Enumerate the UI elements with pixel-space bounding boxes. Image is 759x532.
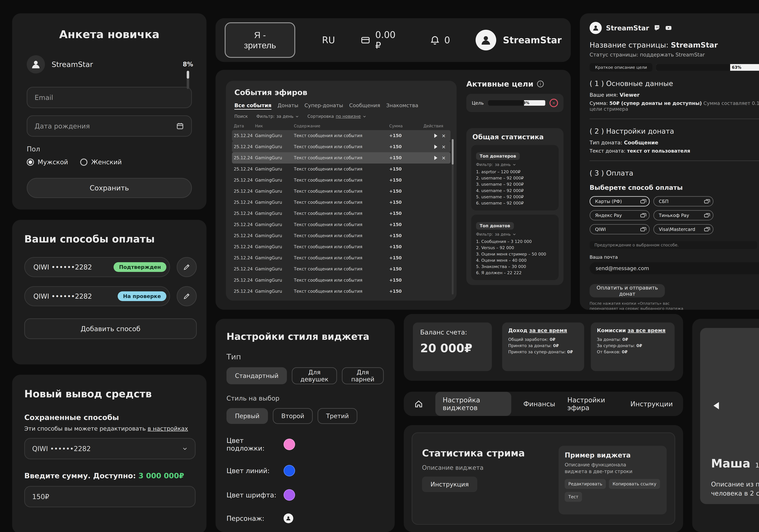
table-row[interactable]: 25.12.24 GamingGuru Текст сообщения или … — [232, 130, 451, 141]
delete-goal-button[interactable]: × — [549, 99, 558, 107]
edit-method-button[interactable] — [177, 257, 197, 277]
nav-item[interactable]: Финансы — [523, 396, 555, 412]
scrollbar[interactable] — [452, 139, 454, 295]
radio-checked[interactable] — [27, 158, 34, 166]
birthdate-field[interactable] — [27, 115, 192, 137]
edit-button[interactable]: Редактировать — [565, 479, 606, 489]
youtube-icon[interactable] — [665, 24, 672, 32]
search-input[interactable]: Поиск — [234, 114, 248, 119]
events-tab[interactable]: Донаты — [277, 102, 298, 110]
color-swatch[interactable] — [284, 439, 295, 450]
test-button[interactable]: Тест — [565, 492, 582, 502]
payment-option[interactable]: СБП — [653, 196, 713, 206]
progress-slider[interactable] — [187, 71, 189, 89]
close-icon[interactable]: × — [442, 133, 446, 138]
events-tab[interactable]: Все события — [234, 102, 271, 110]
amount-input[interactable] — [32, 493, 188, 501]
language-switcher[interactable]: RU — [322, 35, 335, 45]
prev-photo-button[interactable] — [713, 402, 719, 409]
close-icon[interactable]: × — [442, 155, 446, 160]
section-donation-settings[interactable]: ( 2 ) Настройки доната — [590, 127, 759, 135]
filter-dropdown[interactable]: Фильтр: за день — [476, 232, 554, 236]
table-row[interactable]: 25.12.24 GamingGuru Текст сообщения или … — [232, 252, 451, 264]
type-option-button[interactable]: Стандартный — [226, 367, 287, 384]
copy-link-button[interactable]: Копировать ссылку — [609, 479, 660, 489]
table-row[interactable]: 25.12.24 GamingGuru Текст сообщения или … — [232, 219, 451, 230]
table-row[interactable]: 25.12.24 GamingGuru Текст сообщения или … — [232, 241, 451, 252]
table-row[interactable]: 25.12.24 GamingGuru Текст сообщения или … — [232, 164, 451, 175]
style-option-button[interactable]: Третий — [318, 408, 357, 424]
style-option-button[interactable]: Второй — [273, 408, 313, 424]
events-tab[interactable]: Сообщения — [349, 102, 380, 110]
style-option-button[interactable]: Первый — [226, 408, 268, 424]
events-tab[interactable]: Знакомства — [386, 102, 418, 110]
payment-option[interactable]: Карты (РФ) — [590, 196, 650, 206]
profile-menu[interactable]: StreamStar — [476, 30, 562, 50]
email-field[interactable] — [590, 262, 759, 274]
sort-dropdown[interactable]: Сортировка по новизне — [307, 114, 366, 119]
section-payment[interactable]: ( 3 ) Оплата — [590, 169, 759, 177]
email-input[interactable] — [596, 265, 759, 271]
table-row[interactable]: 25.12.24 GamingGuru Текст сообщения или … — [232, 208, 451, 219]
instruction-button[interactable]: Инструкция — [422, 476, 477, 492]
play-icon[interactable] — [434, 145, 437, 149]
table-row[interactable]: 25.12.24 GamingGuru Текст сообщения или … — [232, 286, 451, 297]
events-tab[interactable]: Супер-донаты — [304, 102, 343, 110]
filter-dropdown[interactable]: Фильтр: за день — [257, 114, 299, 119]
gender-female-radio[interactable]: Женский — [80, 158, 122, 166]
gender-male-radio[interactable]: Мужской — [27, 158, 68, 166]
section-basic-data[interactable]: ( 1 ) Основные данные — [590, 79, 759, 88]
table-row[interactable]: 25.12.24 GamingGuru Текст сообщения или … — [232, 197, 451, 208]
nav-item[interactable]: Инструкции — [630, 396, 673, 412]
twitch-icon[interactable] — [653, 24, 660, 32]
payment-option[interactable]: Яндекс Pay — [590, 210, 650, 221]
save-button[interactable]: Сохранить — [27, 178, 192, 198]
table-row[interactable]: 25.12.24 GamingGuru Текст сообщения или … — [232, 230, 451, 241]
fees-period-link[interactable]: за все время — [628, 327, 666, 333]
email-field[interactable] — [27, 87, 192, 108]
finance-panel: Баланс счета: 20 000₽ Доход за все время… — [404, 314, 683, 381]
scrollbar-thumb[interactable] — [452, 139, 454, 165]
info-icon[interactable]: i — [537, 81, 544, 87]
close-icon[interactable]: × — [442, 144, 446, 149]
nav-item[interactable]: Настройки эфира — [567, 392, 618, 416]
table-row[interactable]: 25.12.24 GamingGuru Текст сообщения или … — [232, 186, 451, 197]
notifications[interactable]: 0 — [430, 35, 450, 45]
filter-dropdown[interactable]: Фильтр: за день — [476, 162, 554, 167]
home-button[interactable] — [414, 399, 423, 408]
payment-method[interactable]: QIWI ••••••2282 Подтвержден — [24, 257, 170, 277]
cell-content: Текст сообщения или события — [294, 211, 389, 216]
amount-field[interactable] — [24, 486, 195, 507]
table-row[interactable]: 25.12.24 GamingGuru Текст сообщения или … — [232, 152, 451, 163]
color-swatch[interactable] — [284, 489, 295, 501]
payment-option[interactable]: Visa\Mastercard — [653, 224, 713, 234]
add-method-button[interactable]: Добавить способ — [24, 318, 197, 339]
table-row[interactable]: 25.12.24 GamingGuru Текст сообщения или … — [232, 264, 451, 274]
birthdate-input[interactable] — [35, 122, 176, 130]
list-item: 2. username – 92 000₽ — [476, 175, 554, 181]
type-option-button[interactable]: Для парней — [342, 367, 384, 384]
table-row[interactable]: 25.12.24 GamingGuru Текст сообщения или … — [232, 274, 451, 286]
slider-thumb[interactable] — [187, 71, 189, 79]
email-input[interactable] — [35, 94, 184, 102]
viewer-mode-button[interactable]: Я - зритель — [225, 22, 295, 58]
character-avatar[interactable] — [284, 513, 293, 523]
payment-option[interactable]: Тинькоф Pay — [653, 210, 713, 221]
payment-option[interactable]: QIWI — [590, 224, 650, 234]
play-icon[interactable] — [434, 156, 437, 160]
radio-unchecked[interactable] — [80, 158, 87, 166]
play-icon[interactable] — [434, 134, 437, 138]
table-row[interactable]: 25.12.24 GamingGuru Текст сообщения или … — [232, 141, 451, 152]
pay-button[interactable]: Оплатить и отправить донат — [590, 284, 665, 298]
settings-link[interactable]: в настройках — [147, 425, 188, 432]
color-swatch[interactable] — [284, 465, 295, 476]
method-select[interactable]: QIWI ••••••2282 — [24, 438, 195, 459]
payment-method[interactable]: QIWI ••••••2282 На проверке — [24, 286, 170, 306]
type-option-button[interactable]: Для девушек — [292, 367, 337, 384]
edit-method-button[interactable] — [177, 286, 197, 306]
type-options: СтандартныйДля девушекДля парней — [226, 367, 384, 384]
income-period-link[interactable]: за все время — [529, 327, 567, 333]
nav-item[interactable]: Настройка виджетов — [435, 392, 511, 416]
table-row[interactable]: 25.12.24 GamingGuru Текст сообщения или … — [232, 175, 451, 186]
balance-indicator[interactable]: 0.00 ₽ — [361, 29, 403, 51]
